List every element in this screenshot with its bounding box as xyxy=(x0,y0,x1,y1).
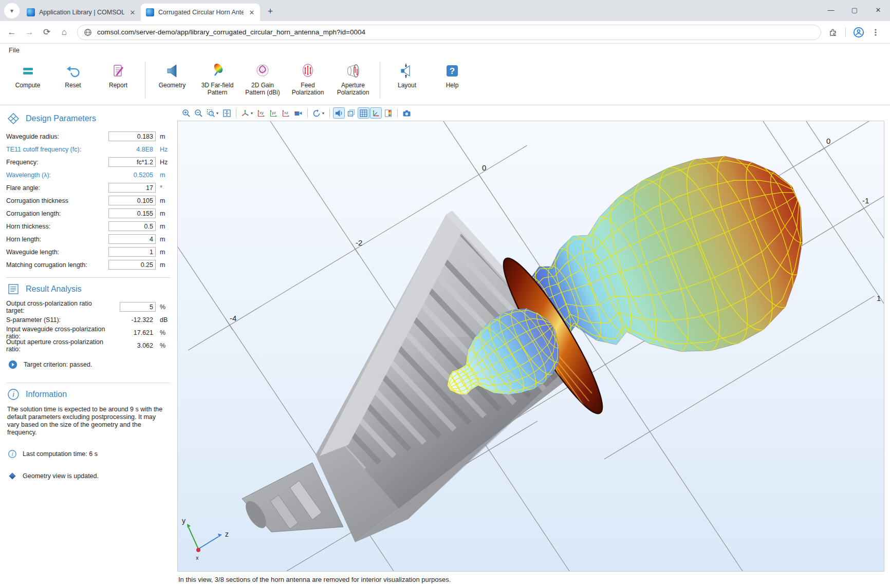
section-divider xyxy=(6,383,170,383)
param-row: Frequency:Hz xyxy=(6,156,171,168)
output-cross-polarization-value: 3.062 xyxy=(108,342,156,349)
frequency-input[interactable] xyxy=(108,157,156,167)
view-yz-button[interactable]: yz xyxy=(268,107,280,119)
default-view-button[interactable]: ▼ xyxy=(239,107,255,119)
snapshot-button[interactable] xyxy=(401,107,413,119)
param-row: TE11 cutoff frequency (fc):4.8E8Hz xyxy=(6,143,171,156)
tick-label: -2 xyxy=(356,238,362,247)
tab-search-button[interactable]: ▾ xyxy=(4,3,20,18)
graphics-canvas[interactable]: 0 -2 -4 0 -1 1 xyxy=(177,121,884,572)
geometry-icon xyxy=(163,62,181,80)
menu-icon[interactable] xyxy=(872,28,880,37)
tab-strip: ▾ Application Library | COMSOL S ✕ Corru… xyxy=(0,0,890,21)
cross-polarization-target-input[interactable] xyxy=(120,302,156,312)
flare-angle-input[interactable] xyxy=(108,183,156,193)
gain-2d-button[interactable]: 2D Gain Pattern (dBi) xyxy=(240,61,285,97)
toolbar-separator xyxy=(307,108,308,118)
geometry-button[interactable]: Geometry xyxy=(150,61,195,89)
dropdown-caret-icon: ▼ xyxy=(216,111,219,115)
maximize-button[interactable]: ▢ xyxy=(843,0,866,20)
dropdown-caret-icon: ▼ xyxy=(322,111,325,115)
back-button[interactable]: ← xyxy=(4,25,20,40)
rotate-view-button[interactable]: ▼ xyxy=(311,107,326,119)
svg-text:yz: yz xyxy=(272,110,276,115)
reset-icon xyxy=(64,62,82,80)
zoom-extents-button[interactable] xyxy=(221,107,233,119)
design-parameters-header: Design Parameters xyxy=(7,112,171,125)
comsol-favicon xyxy=(27,8,35,16)
forward-button[interactable]: → xyxy=(22,25,37,40)
geometry-visibility-toggle[interactable] xyxy=(333,107,345,119)
play-circle-icon xyxy=(8,360,17,369)
svg-text:i: i xyxy=(12,451,13,457)
aperture-polarization-button[interactable]: Aperture Polarization xyxy=(330,61,376,97)
param-row: Waveguide radius:m xyxy=(6,130,171,143)
waveguide-length-input[interactable] xyxy=(108,247,156,257)
wavelength-value: 0.5205 xyxy=(108,172,156,179)
svg-text:xz: xz xyxy=(284,110,288,115)
view-xy-button[interactable]: xy xyxy=(255,107,267,119)
window-controls: — ▢ ✕ xyxy=(819,0,890,20)
file-menu[interactable]: File xyxy=(4,45,25,55)
address-bar[interactable]: comsol.com/server-demo/app/library_corru… xyxy=(77,25,821,40)
zoom-in-button[interactable] xyxy=(180,107,192,119)
compute-button[interactable]: Compute xyxy=(5,61,50,89)
result-analysis-icon xyxy=(7,283,20,295)
scene-camera-button[interactable] xyxy=(292,107,304,119)
graphics-toolbar: ▼ ▼ xy yz xz ▼ xyxy=(177,105,884,121)
reset-button[interactable]: Reset xyxy=(50,61,96,89)
report-button[interactable]: Report xyxy=(96,61,141,89)
tab-horn-antenna[interactable]: Corrugated Circular Horn Anten ✕ xyxy=(141,4,260,21)
home-button[interactable]: ⌂ xyxy=(57,25,72,40)
horn-length-input[interactable] xyxy=(108,234,156,244)
information-header: i Information xyxy=(7,388,171,401)
gain-2d-icon xyxy=(253,62,272,80)
zoom-box-button[interactable]: ▼ xyxy=(205,107,220,119)
minimize-button[interactable]: — xyxy=(819,0,843,20)
browser-window: ▾ Application Library | COMSOL S ✕ Corru… xyxy=(0,0,890,588)
feed-polarization-button[interactable]: Feed Polarization xyxy=(285,61,330,97)
grid-toggle[interactable] xyxy=(358,107,369,119)
site-info-icon[interactable] xyxy=(84,28,92,36)
tick-label: 0 xyxy=(826,137,830,145)
tab-close-icon[interactable]: ✕ xyxy=(248,8,256,16)
result-row: Output cross-polarization ratio target:% xyxy=(6,300,171,313)
tab-title: Corrugated Circular Horn Anten xyxy=(158,9,244,16)
help-button[interactable]: ? Help xyxy=(430,61,475,89)
geometry-diamond-icon xyxy=(8,472,16,480)
layout-button[interactable]: Layout xyxy=(384,61,430,89)
reload-button[interactable]: ⟳ xyxy=(39,25,54,40)
zoom-out-button[interactable] xyxy=(193,107,205,119)
report-icon xyxy=(109,62,127,80)
target-criterion-status: Target criterion: passed. xyxy=(8,360,171,369)
new-tab-button[interactable]: + xyxy=(263,4,277,18)
corrugation-thickness-input[interactable] xyxy=(108,196,156,205)
color-legend-toggle[interactable] xyxy=(382,107,394,119)
transparency-toggle[interactable] xyxy=(345,107,357,119)
view-xz-button[interactable]: xz xyxy=(280,107,292,119)
tick-label: 1 xyxy=(877,294,881,302)
matching-corrugation-length-input[interactable] xyxy=(108,260,156,270)
information-paragraph: The solution time is expected to be arou… xyxy=(7,406,166,437)
sidebar: Design Parameters Waveguide radius:m TE1… xyxy=(0,105,177,588)
horn-thickness-input[interactable] xyxy=(108,221,156,231)
tab-application-library[interactable]: Application Library | COMSOL S ✕ xyxy=(22,4,141,21)
ribbon-separator xyxy=(380,62,380,99)
profile-icon[interactable] xyxy=(853,27,864,38)
waveguide-radius-input[interactable] xyxy=(108,131,156,141)
tick-label: -1 xyxy=(862,196,869,205)
param-row: Matching corrugation length:m xyxy=(6,258,171,271)
result-analysis-header: Result Analysis xyxy=(7,283,171,295)
information-icon: i xyxy=(7,388,20,401)
ribbon-separator xyxy=(145,62,145,99)
close-button[interactable]: ✕ xyxy=(866,0,890,20)
te11-cutoff-value: 4.8E8 xyxy=(108,146,156,153)
axes-toggle[interactable] xyxy=(370,107,382,119)
extensions-icon[interactable] xyxy=(828,27,838,37)
app-menubar: File xyxy=(0,44,890,56)
tab-close-icon[interactable]: ✕ xyxy=(128,8,137,16)
far-field-3d-button[interactable]: 3D Far-field Pattern xyxy=(195,61,240,97)
corrugation-length-input[interactable] xyxy=(108,208,156,218)
browser-toolbar: ← → ⟳ ⌂ comsol.com/server-demo/app/libra… xyxy=(0,21,890,44)
comsol-favicon xyxy=(146,8,154,16)
